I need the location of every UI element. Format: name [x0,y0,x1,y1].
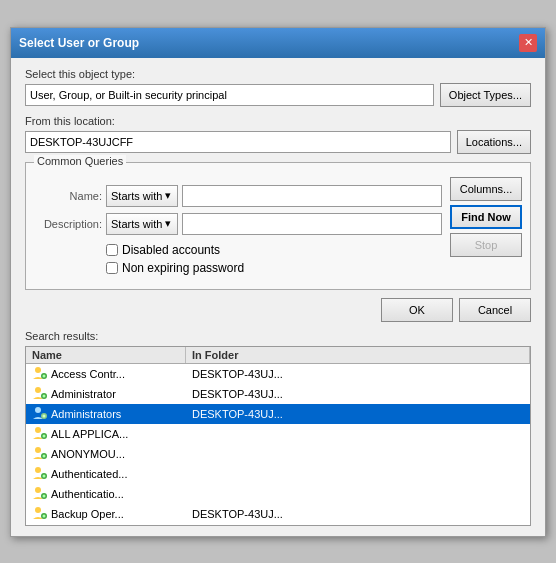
cell-folder: DESKTOP-43UJ... [186,387,530,401]
ok-button[interactable]: OK [381,298,453,322]
cell-folder [186,493,530,495]
object-type-label: Select this object type: [25,68,531,80]
svg-point-5 [35,387,41,393]
common-queries-group: Common Queries Name: Starts with ▾ [25,162,531,290]
disabled-accounts-label: Disabled accounts [122,243,220,257]
cell-name: Access Contr... [26,365,186,383]
results-header: Name In Folder [26,347,530,364]
stop-button[interactable]: Stop [450,233,522,257]
desc-query-input[interactable] [182,213,442,235]
svg-point-3 [43,374,46,377]
svg-point-31 [43,514,46,517]
svg-point-21 [35,467,41,473]
results-body: Access Contr... DESKTOP-43UJ... Administ… [26,364,530,526]
table-row[interactable]: ANONYMOU... [26,444,530,464]
table-row[interactable]: Access Contr... DESKTOP-43UJ... [26,364,530,384]
svg-point-9 [35,407,41,413]
user-icon [32,386,48,402]
desc-query-label: Description: [34,218,102,230]
table-row[interactable]: Authenticated... [26,464,530,484]
table-row[interactable]: ALL APPLICA... [26,424,530,444]
object-type-row: Object Types... [25,83,531,107]
col-header-folder: In Folder [186,347,530,363]
name-query-row: Name: Starts with ▾ [34,185,442,207]
cell-folder [186,473,530,475]
cell-name: Backup Oper... [26,505,186,523]
col-header-name: Name [26,347,186,363]
object-type-input[interactable] [25,84,434,106]
non-expiring-checkbox[interactable] [106,262,118,274]
object-types-button[interactable]: Object Types... [440,83,531,107]
table-row[interactable]: BATCH [26,524,530,526]
results-table[interactable]: Name In Folder Access Contr... DESKTOP-4… [25,346,531,526]
disabled-accounts-row: Disabled accounts [106,243,442,257]
cell-name: ANONYMOU... [26,445,186,463]
table-row[interactable]: Administrator DESKTOP-43UJ... [26,384,530,404]
user-icon [32,426,48,442]
svg-point-27 [43,494,46,497]
location-label: From this location: [25,115,531,127]
non-expiring-row: Non expiring password [106,261,442,275]
user-icon [32,466,48,482]
cell-name: BATCH [26,525,186,526]
cell-folder: DESKTOP-43UJ... [186,507,530,521]
svg-point-7 [43,394,46,397]
cell-name: Authenticated... [26,465,186,483]
user-icon [32,446,48,462]
query-right-buttons: Columns... Find Now Stop [450,177,522,279]
svg-point-1 [35,367,41,373]
table-row[interactable]: Administrators DESKTOP-43UJ... [26,404,530,424]
dialog-title: Select User or Group [19,36,139,50]
bottom-buttons: OK Cancel [25,298,531,322]
close-button[interactable]: ✕ [519,34,537,52]
user-icon [32,406,48,422]
results-wrapper: Name In Folder Access Contr... DESKTOP-4… [25,346,531,526]
name-query-label: Name: [34,190,102,202]
cell-folder [186,433,530,435]
table-row[interactable]: Authenticatio... [26,484,530,504]
name-dropdown[interactable]: Starts with ▾ [106,185,178,207]
cell-name: Authenticatio... [26,485,186,503]
svg-point-11 [43,414,46,417]
disabled-accounts-checkbox[interactable] [106,244,118,256]
cell-folder [186,453,530,455]
cancel-button[interactable]: Cancel [459,298,531,322]
desc-query-row: Description: Starts with ▾ [34,213,442,235]
locations-button[interactable]: Locations... [457,130,531,154]
non-expiring-label: Non expiring password [122,261,244,275]
svg-point-23 [43,474,46,477]
desc-dropdown[interactable]: Starts with ▾ [106,213,178,235]
select-user-group-dialog: Select User or Group ✕ Select this objec… [10,27,546,537]
cell-name: Administrator [26,385,186,403]
user-icon [32,366,48,382]
svg-point-17 [35,447,41,453]
cell-folder: DESKTOP-43UJ... [186,367,530,381]
find-now-button[interactable]: Find Now [450,205,522,229]
columns-button[interactable]: Columns... [450,177,522,201]
svg-point-13 [35,427,41,433]
location-row: Locations... [25,130,531,154]
cell-name: Administrators [26,405,186,423]
svg-point-19 [43,454,46,457]
title-bar: Select User or Group ✕ [11,28,545,58]
common-queries-title: Common Queries [34,155,126,167]
user-icon [32,486,48,502]
location-input[interactable] [25,131,451,153]
name-query-input[interactable] [182,185,442,207]
svg-point-29 [35,507,41,513]
cell-name: ALL APPLICA... [26,425,186,443]
user-icon [32,506,48,522]
svg-point-25 [35,487,41,493]
search-results-label: Search results: [25,330,531,342]
svg-point-15 [43,434,46,437]
cell-folder: DESKTOP-43UJ... [186,407,530,421]
table-row[interactable]: Backup Oper... DESKTOP-43UJ... [26,504,530,524]
